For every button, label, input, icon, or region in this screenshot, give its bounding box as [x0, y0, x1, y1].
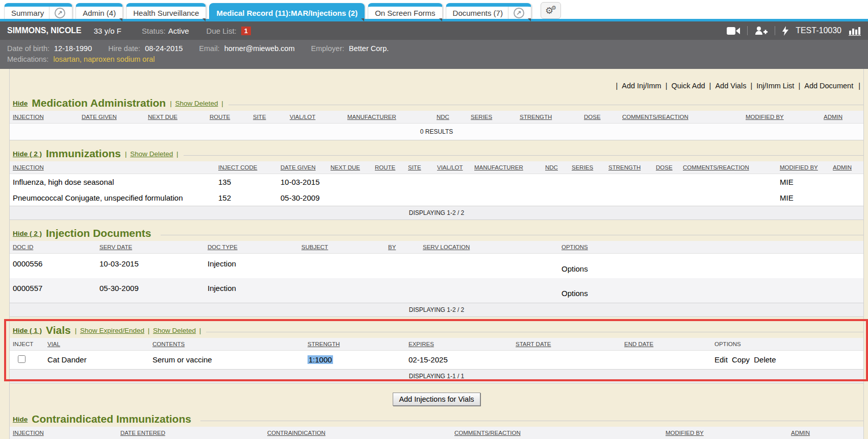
col-site[interactable]: SITE: [405, 161, 434, 174]
section-immunizations: Hide ( 2 ) Immunizations | Show Deleted …: [10, 148, 863, 220]
col-injection[interactable]: INJECTION: [10, 427, 117, 439]
col-inject-code[interactable]: INJECT CODE: [215, 161, 277, 174]
lightning-bolt-icon[interactable]: [782, 26, 788, 36]
due-list-badge[interactable]: 1: [241, 27, 251, 35]
col-admin[interactable]: ADMIN: [830, 161, 863, 174]
patient-info-bar: Date of birth: 12-18-1990 Hire date: 08-…: [0, 40, 868, 69]
displaying-count: DISPLAYING 1-2 / 2: [10, 303, 863, 317]
col-next-due[interactable]: NEXT DUE: [327, 161, 372, 174]
col-contents[interactable]: CONTENTS: [149, 338, 304, 351]
add-document-link[interactable]: Add Document: [798, 82, 853, 90]
col-serv-date[interactable]: SERV DATE: [96, 241, 205, 254]
popout-icon[interactable]: ↗: [55, 8, 65, 18]
section-header: Hide ( 2 ) Immunizations | Show Deleted …: [10, 148, 863, 161]
col-date-given[interactable]: DATE GIVEN: [277, 161, 327, 174]
col-modified-by[interactable]: MODIFIED BY: [662, 427, 788, 439]
col-series[interactable]: SERIES: [468, 111, 517, 124]
col-date-given[interactable]: DATE GIVEN: [79, 111, 145, 124]
show-deleted-link[interactable]: Show Deleted: [130, 150, 173, 158]
col-start-date[interactable]: START DATE: [513, 338, 621, 351]
tab-divider: [49, 7, 49, 19]
col-comments-reaction[interactable]: COMMENTS/REACTION: [680, 161, 777, 174]
col-strength[interactable]: STRENGTH: [517, 111, 581, 124]
col-admin[interactable]: ADMIN: [821, 111, 863, 124]
col-manufacturer[interactable]: MANUFACTURER: [344, 111, 433, 124]
bar-chart-icon[interactable]: [849, 26, 861, 36]
add-inj-imm-link[interactable]: Add Inj/Imm: [616, 82, 661, 90]
table-footer: DISPLAYING 1-2 / 2: [10, 303, 863, 317]
add-vials-link[interactable]: Add Vials: [709, 82, 747, 90]
col-comments-reaction[interactable]: COMMENTS/REACTION: [619, 111, 743, 124]
col-expires[interactable]: EXPIRES: [405, 338, 513, 351]
options-link[interactable]: Options: [558, 254, 863, 279]
col-route[interactable]: ROUTE: [372, 161, 405, 174]
col-vial-lot[interactable]: VIAL/LOT: [287, 111, 344, 124]
col-end-date[interactable]: END DATE: [621, 338, 711, 351]
col-doc-id[interactable]: DOC ID: [10, 241, 96, 254]
email-value: horner@mieweb.com: [224, 44, 295, 53]
table-footer: DISPLAYING 1-2 / 2: [10, 206, 863, 220]
col-site[interactable]: SITE: [250, 111, 287, 124]
inj-imm-list-link[interactable]: Inj/Imm List: [750, 82, 794, 90]
hide-link[interactable]: Hide: [13, 100, 28, 107]
col-ndc[interactable]: NDC: [433, 111, 468, 124]
delete-link[interactable]: Delete: [754, 355, 776, 364]
vials-table: INJECT VIAL CONTENTS STRENGTH EXPIRES ST…: [10, 338, 863, 383]
tab-health-surveillance[interactable]: Health Surveillance: [126, 3, 206, 19]
col-vial-lot[interactable]: VIAL/LOT: [434, 161, 471, 174]
col-doc-type[interactable]: DOC TYPE: [205, 241, 298, 254]
hide-link[interactable]: Hide ( 2 ): [13, 150, 42, 158]
col-dose[interactable]: DOSE: [581, 111, 619, 124]
column-header-row: DOC ID SERV DATE DOC TYPE SUBJECT BY SER…: [10, 241, 863, 254]
col-subject[interactable]: SUBJECT: [298, 241, 385, 254]
edit-link[interactable]: Edit: [714, 355, 728, 364]
col-ndc[interactable]: NDC: [542, 161, 569, 174]
inject-checkbox[interactable]: [18, 355, 25, 363]
add-injections-for-vials-button[interactable]: Add Injections for Vials: [393, 393, 480, 406]
add-person-icon[interactable]: [755, 26, 768, 35]
col-manufacturer[interactable]: MANUFACTURER: [471, 161, 542, 174]
show-expired-ended-link[interactable]: Show Expired/Ended: [80, 327, 144, 334]
col-by[interactable]: BY: [385, 241, 420, 254]
video-camera-icon[interactable]: [727, 27, 740, 35]
col-strength[interactable]: STRENGTH: [605, 161, 653, 174]
col-modified-by[interactable]: MODIFIED BY: [743, 111, 821, 124]
col-vial[interactable]: VIAL: [44, 338, 149, 351]
col-strength[interactable]: STRENGTH: [304, 338, 405, 351]
column-header-row: INJECTION DATE ENTERED CONTRAINDICATION …: [10, 427, 863, 439]
medications-links[interactable]: losartan, naproxen sodium oral: [53, 55, 155, 63]
show-deleted-link[interactable]: Show Deleted: [153, 327, 196, 334]
hide-link[interactable]: Hide ( 1 ): [13, 327, 42, 334]
col-dose[interactable]: DOSE: [653, 161, 680, 174]
col-injection[interactable]: INJECTION: [10, 161, 215, 174]
col-comments-reaction[interactable]: COMMENTS/REACTION: [451, 427, 662, 439]
tab-medical-record[interactable]: Medical Record (11):MAR/Injections (2): [209, 3, 365, 19]
col-options[interactable]: OPTIONS: [558, 241, 863, 254]
col-admin[interactable]: ADMIN: [788, 427, 863, 439]
tab-documents[interactable]: Documents (7) ↗: [446, 3, 531, 19]
tab-admin[interactable]: Admin (4): [75, 3, 123, 19]
col-serv-location[interactable]: SERV LOCATION: [420, 241, 558, 254]
col-route[interactable]: ROUTE: [207, 111, 250, 124]
section-injection-documents: Hide ( 2 ) Injection Documents DOC ID SE…: [10, 227, 863, 317]
quick-add-link[interactable]: Quick Add: [666, 82, 705, 90]
injection-documents-table: DOC ID SERV DATE DOC TYPE SUBJECT BY SER…: [10, 241, 863, 317]
tab-summary[interactable]: Summary ↗: [4, 3, 72, 19]
col-series[interactable]: SERIES: [569, 161, 605, 174]
settings-gear-button[interactable]: ⚙ ⚙: [541, 2, 561, 19]
copy-link[interactable]: Copy: [732, 355, 750, 364]
col-date-entered[interactable]: DATE ENTERED: [117, 427, 264, 439]
hide-link[interactable]: Hide: [13, 416, 28, 423]
options-link[interactable]: Options: [558, 278, 863, 303]
col-modified-by[interactable]: MODIFIED BY: [777, 161, 830, 174]
dob-label: Date of birth:: [7, 44, 49, 53]
col-contraindication[interactable]: CONTRAINDICATION: [264, 427, 451, 439]
hide-link[interactable]: Hide ( 2 ): [13, 230, 42, 237]
tab-on-screen-forms[interactable]: On Screen Forms: [368, 3, 442, 19]
col-next-due[interactable]: NEXT DUE: [145, 111, 207, 124]
popout-icon[interactable]: ↗: [514, 8, 524, 18]
col-injection[interactable]: INJECTION: [10, 111, 79, 124]
patient-age-sex: 33 y/o F: [94, 27, 121, 35]
show-deleted-link[interactable]: Show Deleted: [175, 100, 218, 107]
medications-label: Medications:: [7, 55, 48, 63]
